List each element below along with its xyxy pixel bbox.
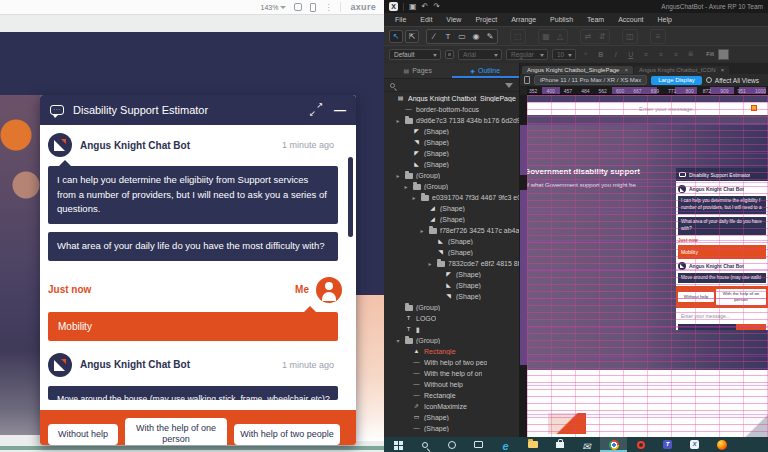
style-select[interactable]: Default — [389, 49, 441, 60]
redo-icon[interactable]: ↷ — [433, 2, 440, 11]
expander-icon[interactable]: ▾ — [395, 337, 401, 344]
quick-reply-button[interactable]: With help of two people — [234, 424, 340, 445]
save-icon[interactable]: ▣ — [409, 2, 417, 11]
large-display-button[interactable]: Large Display — [651, 76, 702, 85]
menu-item[interactable]: Team — [580, 16, 611, 23]
outline-item[interactable]: — Without help — [384, 379, 519, 390]
point-tool-icon[interactable]: ◉ — [469, 30, 483, 43]
text-align-center-icon[interactable]: ≡ — [655, 51, 666, 58]
distribute-vertical-icon[interactable]: ⇵ — [595, 30, 609, 43]
text-align-left-icon[interactable]: ≡ — [640, 51, 651, 58]
text-tool-icon[interactable]: T — [441, 30, 455, 43]
font-size-select[interactable]: 10 — [552, 49, 576, 60]
taskbar-opera[interactable] — [627, 437, 654, 452]
outline-item[interactable]: ◥ (Shape) — [384, 137, 519, 148]
taskbar-windows-start[interactable] — [384, 437, 411, 452]
canvas-chat-design[interactable]: Disability Support Estimator Angus Knigh… — [676, 168, 768, 330]
menu-item[interactable]: View — [439, 16, 468, 23]
menu-item[interactable]: Publish — [543, 16, 580, 23]
outline-item[interactable]: ▲ Rectangle — [384, 346, 519, 357]
quick-reply-button[interactable]: With the help of one person — [125, 418, 227, 445]
outline-item[interactable]: ◤ (Shape) — [384, 148, 519, 159]
outline-item[interactable]: T LOGO — [384, 313, 519, 324]
taskbar-axure[interactable] — [681, 437, 708, 452]
menu-item[interactable]: Account — [611, 16, 650, 23]
outline-item[interactable]: ◤ (Shape) — [384, 269, 519, 280]
line-tool-icon[interactable]: ∕ — [427, 30, 441, 43]
outline-item[interactable]: ▸ 7832cde7 e8f2 4815 8b87 d4b2a86a5 — [384, 258, 519, 269]
outline-item[interactable]: — Rectangle — [384, 390, 519, 401]
device-preview-icon[interactable] — [310, 3, 316, 12]
menu-item[interactable]: File — [388, 16, 413, 23]
outline-item[interactable]: ▸ (Group) — [384, 181, 519, 192]
expander-icon[interactable]: ▸ — [395, 117, 401, 124]
order-icon[interactable]: ≡ — [651, 30, 665, 43]
close-tab-icon[interactable]: × — [721, 67, 725, 73]
outline-item[interactable]: ▸ f78ef726 3425 417c ab4a d41262ba79b8 — [384, 225, 519, 236]
outline-item[interactable]: ▾ (Group) — [384, 335, 519, 346]
chat-scrollbar[interactable] — [348, 157, 353, 237]
align-top-icon[interactable]: △ — [553, 30, 567, 43]
outline-item[interactable]: ◥ (Shape) — [384, 247, 519, 258]
style-toggle-icon[interactable] — [445, 50, 454, 59]
taskbar-task-view[interactable] — [465, 437, 492, 452]
radio-icon[interactable] — [706, 77, 712, 83]
fill-color-swatch[interactable] — [718, 49, 729, 60]
taskbar-teams[interactable] — [654, 437, 681, 452]
distribute-horizontal-icon[interactable]: ⇄ — [581, 30, 595, 43]
more-menu-icon[interactable]: ⋮ — [324, 3, 332, 12]
align-left-icon[interactable]: ▦ — [539, 30, 553, 43]
taskbar-mail[interactable] — [573, 437, 600, 452]
taskbar-edge[interactable] — [492, 437, 519, 452]
pen-tool-icon[interactable]: ✎ — [483, 30, 497, 43]
filter-icon[interactable] — [505, 83, 513, 88]
outline-item[interactable]: ⇗ IconMaximize — [384, 401, 519, 412]
outline-item[interactable]: ▭ (Shape) — [384, 412, 519, 423]
text-align-right-icon[interactable]: ≡ — [670, 51, 681, 58]
outline-item[interactable]: ◤ (Shape) — [384, 126, 519, 137]
outline-item[interactable]: ◣ (Shape) — [384, 280, 519, 291]
menu-item[interactable]: Project — [468, 16, 504, 23]
menu-item[interactable]: Edit — [413, 16, 439, 23]
outline-item[interactable]: ▸ e0391704 7f3d 4467 9fc3 e091cd25a8ad — [384, 192, 519, 203]
outline-item[interactable]: T ▮ — [384, 324, 519, 335]
quick-reply-button[interactable]: Without help — [48, 424, 118, 445]
group-icon[interactable]: ◫ — [623, 30, 637, 43]
outline-item[interactable]: ◣ (Shape) — [384, 159, 519, 170]
outline-item[interactable]: ▸ d9d6e7c3 7138 434b b176 6d2d957cad5b — [384, 115, 519, 126]
tab-pages[interactable]: ▤ Pages — [384, 63, 452, 78]
outline-item[interactable]: — With the help of on — [384, 368, 519, 379]
tab-outline[interactable]: ◈ Outline — [452, 63, 520, 78]
taskbar-chrome[interactable] — [600, 437, 627, 452]
bold-icon[interactable]: B — [595, 51, 606, 58]
outline-item[interactable]: ▤ Angus Knight Chatbot_SinglePage — [384, 93, 519, 104]
expander-icon[interactable]: ▸ — [427, 260, 433, 267]
outline-item[interactable]: ◢ (Shape) — [384, 203, 519, 214]
vertical-align-icon[interactable]: ≣ — [685, 50, 696, 58]
outline-item[interactable]: ◥ (Shape) — [384, 291, 519, 302]
outline-item[interactable]: ▸ (Group) — [384, 170, 519, 181]
expand-icon[interactable]: ↗↙ — [310, 104, 322, 116]
font-select[interactable]: Arial — [458, 49, 502, 60]
minimize-icon[interactable]: — — [334, 105, 346, 115]
document-tab[interactable]: Angus Knight Chatbot_ICON × — [634, 66, 729, 74]
outline-item[interactable]: (Group) — [384, 302, 519, 313]
device-view-button[interactable]: iPhone 11 / 11 Pro Max / XR / XS Max — [534, 75, 647, 85]
taskbar-file-explorer[interactable] — [519, 437, 546, 452]
select-tool-icon[interactable]: ↖ — [389, 30, 403, 43]
taskbar-search[interactable] — [411, 437, 438, 452]
document-tab[interactable]: Angus Knight Chatbot_SinglePage × — [522, 66, 633, 74]
outline-item[interactable]: — border-bottom-focus — [384, 104, 519, 115]
expander-icon[interactable]: ▸ — [411, 194, 417, 201]
superscript-icon[interactable]: ^ — [580, 51, 591, 58]
menu-item[interactable]: Arrange — [504, 16, 543, 23]
expander-icon[interactable]: ▸ — [419, 227, 425, 234]
undo-icon[interactable]: ↶ — [422, 2, 429, 11]
outline-item[interactable]: ◢ (Shape) — [384, 214, 519, 225]
box-tool-icon[interactable]: ▭ — [455, 30, 469, 43]
menu-item[interactable]: Help — [650, 16, 678, 23]
scale-icon[interactable] — [294, 3, 302, 11]
outline-item[interactable]: — (Shape) — [384, 423, 519, 434]
taskbar-firefox[interactable] — [708, 437, 735, 452]
close-tab-icon[interactable]: × — [624, 67, 628, 73]
